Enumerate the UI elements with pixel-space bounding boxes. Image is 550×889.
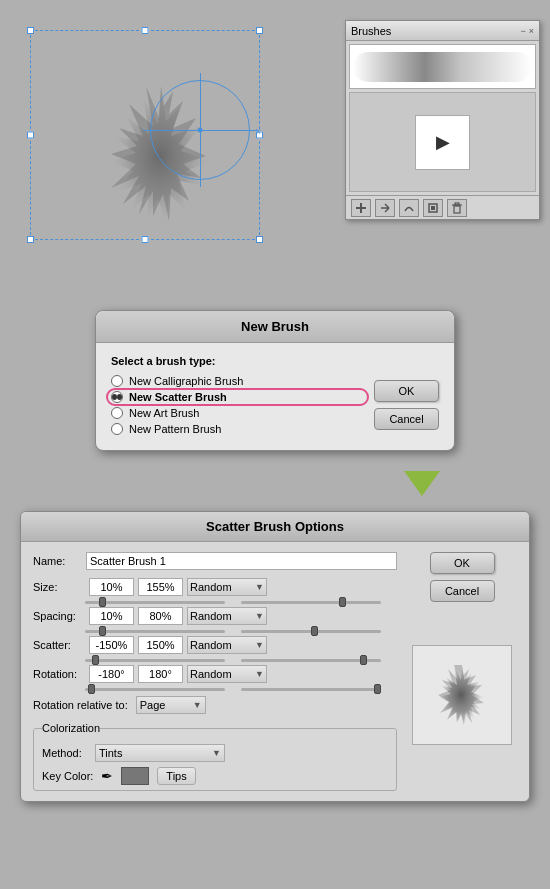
- handle-bl[interactable]: [27, 236, 34, 243]
- radio-circle-pattern: [111, 423, 123, 435]
- radio-art[interactable]: New Art Brush: [111, 407, 364, 419]
- key-color-swatch[interactable]: [121, 767, 149, 785]
- size-dropdown-value: Random: [190, 581, 232, 593]
- new-brush-buttons: OK Cancel: [374, 355, 439, 435]
- radio-scatter[interactable]: New Scatter Brush: [111, 391, 364, 403]
- spacing-input2[interactable]: [138, 607, 183, 625]
- brush-stroke-preview-area: [349, 44, 536, 89]
- method-dropdown-arrow: ▼: [212, 748, 221, 758]
- size-slider-track[interactable]: [85, 601, 225, 604]
- spacing-dropdown-arrow: ▼: [255, 611, 264, 621]
- scatter-slider-thumb2[interactable]: [360, 655, 367, 665]
- rotation-relative-dropdown[interactable]: Page ▼: [136, 696, 206, 714]
- size-slider-thumb[interactable]: [99, 597, 106, 607]
- delete-brush-btn[interactable]: [447, 199, 467, 217]
- new-brush-btn[interactable]: [351, 199, 371, 217]
- handle-bm[interactable]: [142, 236, 149, 243]
- brush-options-btn[interactable]: [399, 199, 419, 217]
- size-slider-thumb2[interactable]: [339, 597, 346, 607]
- rotation-label: Rotation:: [33, 668, 85, 680]
- handle-tm[interactable]: [142, 27, 149, 34]
- handle-ml[interactable]: [27, 132, 34, 139]
- size-dropdown[interactable]: Random ▼: [187, 578, 267, 596]
- scatter-slider-track[interactable]: [85, 659, 225, 662]
- eyedropper-icon[interactable]: ✒: [101, 768, 113, 784]
- rotation-input2[interactable]: [138, 665, 183, 683]
- spacing-input1[interactable]: [89, 607, 134, 625]
- spacing-label: Spacing:: [33, 610, 85, 622]
- brushes-toolbar: [346, 195, 539, 219]
- tips-button[interactable]: Tips: [157, 767, 195, 785]
- radio-calligraphic[interactable]: New Calligraphic Brush: [111, 375, 364, 387]
- svg-rect-9: [455, 203, 459, 205]
- radio-circle-scatter: [111, 391, 123, 403]
- radio-dot-scatter: [112, 394, 117, 400]
- keycolor-row: Key Color: ✒ Tips: [42, 767, 388, 785]
- rotation-slider-thumb2[interactable]: [374, 684, 381, 694]
- scatter-ok-button[interactable]: OK: [430, 552, 495, 574]
- spacing-row: Spacing: Random ▼: [33, 607, 397, 625]
- rotation-slider-track2[interactable]: [241, 688, 381, 691]
- handle-br[interactable]: [256, 236, 263, 243]
- brushes-thumbnail-area: ▶: [349, 92, 536, 192]
- radio-label-pattern: New Pattern Brush: [129, 423, 221, 435]
- scatter-dropdown-value: Random: [190, 639, 232, 651]
- select-all-btn[interactable]: [375, 199, 395, 217]
- scatter-body: Name: Size: Random ▼: [21, 542, 529, 801]
- brushes-titlebar: Brushes − ×: [346, 21, 539, 41]
- panel-close-btn[interactable]: ×: [529, 26, 534, 36]
- radio-label-calligraphic: New Calligraphic Brush: [129, 375, 243, 387]
- size-slider-track2[interactable]: [241, 601, 381, 604]
- circle-selection: x: [150, 80, 250, 180]
- scatter-brush-thumbnail: [412, 645, 512, 745]
- rotation-row: Rotation: Random ▼: [33, 665, 397, 683]
- rotation-slider-row: [33, 688, 397, 691]
- brush-type-radio-group: New Calligraphic Brush New Scatter Brush…: [111, 375, 364, 435]
- rotation-relative-arrow: ▼: [193, 700, 202, 710]
- new-brush-ok-button[interactable]: OK: [374, 380, 439, 402]
- colorization-group: Colorization Method: Tints ▼ Key Color: …: [33, 722, 397, 791]
- rotation-slider-thumb[interactable]: [88, 684, 95, 694]
- name-input[interactable]: [86, 552, 397, 570]
- method-label: Method:: [42, 747, 87, 759]
- radio-circle-calligraphic: [111, 375, 123, 387]
- rotation-dropdown[interactable]: Random ▼: [187, 665, 267, 683]
- scatter-dropdown[interactable]: Random ▼: [187, 636, 267, 654]
- spacing-slider-thumb[interactable]: [99, 626, 106, 636]
- new-brush-title: New Brush: [96, 311, 454, 343]
- new-brush-left: Select a brush type: New Calligraphic Br…: [111, 355, 364, 435]
- rotation-relative-row: Rotation relative to: Page ▼: [33, 696, 397, 714]
- brush-thumbnail-box[interactable]: ▶: [415, 115, 470, 170]
- size-row: Size: Random ▼: [33, 578, 397, 596]
- scatter-input1[interactable]: [89, 636, 134, 654]
- spacing-dropdown[interactable]: Random ▼: [187, 607, 267, 625]
- scatter-input2[interactable]: [138, 636, 183, 654]
- rotation-relative-label: Rotation relative to:: [33, 699, 128, 711]
- new-brush-dialog-wrapper: New Brush Select a brush type: New Calli…: [0, 295, 550, 466]
- spacing-slider-track[interactable]: [85, 630, 225, 633]
- handle-tr[interactable]: [256, 27, 263, 34]
- rotation-input1[interactable]: [89, 665, 134, 683]
- radio-pattern[interactable]: New Pattern Brush: [111, 423, 364, 435]
- center-dot: [198, 128, 203, 133]
- canvas-area: x Brushes − × ▶: [0, 0, 550, 280]
- size-input1[interactable]: [89, 578, 134, 596]
- method-dropdown[interactable]: Tints ▼: [95, 744, 225, 762]
- scatter-slider-track2[interactable]: [241, 659, 381, 662]
- rotation-slider-track[interactable]: [85, 688, 225, 691]
- new-brush-cancel-button[interactable]: Cancel: [374, 408, 439, 430]
- scatter-cancel-button[interactable]: Cancel: [430, 580, 495, 602]
- panel-minimize-btn[interactable]: −: [520, 26, 525, 36]
- size-input2[interactable]: [138, 578, 183, 596]
- spacing-dropdown-value: Random: [190, 610, 232, 622]
- brushes-title: Brushes: [351, 25, 391, 37]
- name-label: Name:: [33, 555, 78, 567]
- handle-tl[interactable]: [27, 27, 34, 34]
- spacing-slider-track2[interactable]: [241, 630, 381, 633]
- spacing-slider-row: [33, 630, 397, 633]
- rotation-dropdown-value: Random: [190, 668, 232, 680]
- svg-rect-7: [454, 206, 460, 213]
- scatter-slider-thumb[interactable]: [92, 655, 99, 665]
- spacing-slider-thumb2[interactable]: [311, 626, 318, 636]
- move-to-swatches-btn[interactable]: [423, 199, 443, 217]
